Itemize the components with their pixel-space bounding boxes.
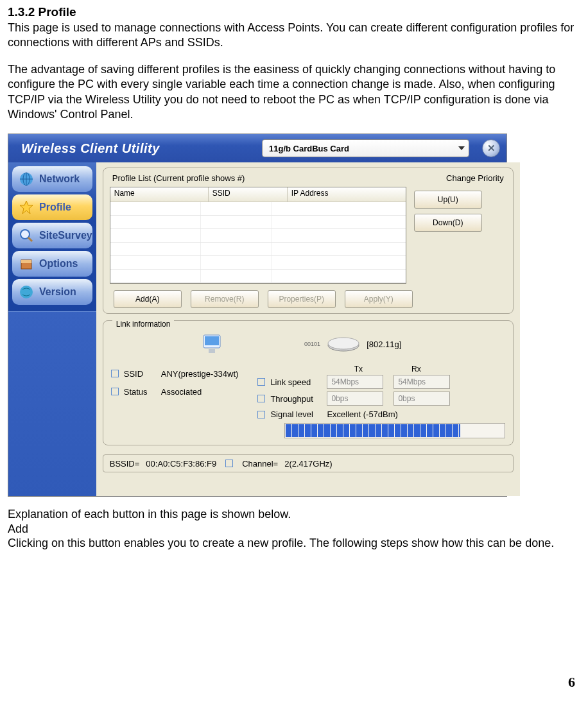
signal-value: Excellent (-57dBm) xyxy=(327,409,398,419)
svg-marker-2 xyxy=(20,201,33,214)
profile-list-label: Profile List (Current profile shows #) xyxy=(112,173,245,183)
add-description: Clicking on this button enables you to c… xyxy=(8,536,580,551)
ssid-value: ANY(prestige-334wt) xyxy=(161,369,239,379)
bullet-icon xyxy=(257,395,265,402)
nav-profile[interactable]: Profile xyxy=(12,194,92,220)
signal-progress xyxy=(284,423,505,438)
globe-icon xyxy=(17,170,35,188)
throughput-tx: 0bps xyxy=(327,392,383,406)
rx-header: Rx xyxy=(387,365,445,374)
close-button[interactable]: ✕ xyxy=(482,139,500,157)
properties-button[interactable]: Properties(P) xyxy=(268,290,336,308)
status-label: Status xyxy=(124,387,156,397)
svg-line-4 xyxy=(28,237,32,241)
intro-paragraph-2: The advantage of saving different profil… xyxy=(8,62,580,123)
globe-icon xyxy=(17,283,35,301)
ssid-label: SSID xyxy=(124,369,156,379)
titlebar: Wireless Client Utility 11g/b CardBus Ca… xyxy=(8,134,506,162)
nav-version[interactable]: Version xyxy=(12,279,92,305)
linkspeed-label: Link speed xyxy=(270,377,322,387)
apply-button[interactable]: Apply(Y) xyxy=(345,290,413,308)
throughput-label: Throughput xyxy=(270,394,322,404)
monitor-icon xyxy=(201,332,227,356)
bullet-icon xyxy=(225,460,233,467)
tx-header: Tx xyxy=(329,365,387,374)
col-ssid[interactable]: SSID xyxy=(209,187,288,202)
add-button[interactable]: Add(A) xyxy=(114,290,182,308)
bssid-prefix: BSSID= xyxy=(110,459,140,469)
change-priority-label: Change Priority xyxy=(446,173,504,183)
stats-table: Tx Rx Link speed 54Mbps 54Mbps Throughpu… xyxy=(257,365,455,419)
close-icon: ✕ xyxy=(487,142,496,154)
svg-rect-10 xyxy=(209,349,215,353)
status-bar: BSSID= 00:A0:C5:F3:86:F9 Channel= 2(2.41… xyxy=(103,454,514,472)
link-legend: Link information xyxy=(112,320,175,329)
nav-options[interactable]: Options xyxy=(12,251,92,277)
add-heading: Add xyxy=(8,522,580,536)
star-icon xyxy=(17,198,35,216)
svg-point-12 xyxy=(328,338,359,349)
bullet-icon xyxy=(257,411,265,418)
linkspeed-tx: 54Mbps xyxy=(327,375,383,389)
bullet-icon xyxy=(111,370,119,377)
magnifier-icon xyxy=(17,227,35,245)
status-value: Associated xyxy=(161,387,202,397)
profile-grid[interactable]: Name SSID IP Address xyxy=(110,187,406,284)
channel-prefix: Channel= xyxy=(242,459,278,469)
section-title: 1.3.2 Profile xyxy=(8,5,580,19)
mode-text: [802.11g] xyxy=(367,340,401,349)
profile-panel: Profile List (Current profile shows #) C… xyxy=(103,168,514,314)
intro-paragraph-1: This page is used to manage connections … xyxy=(8,21,580,51)
sidebar: Network Profile SiteSurvey Options xyxy=(8,162,96,496)
col-name[interactable]: Name xyxy=(110,187,209,202)
box-icon xyxy=(17,255,35,273)
app-title: Wireless Client Utility xyxy=(21,141,160,156)
utility-window: Wireless Client Utility 11g/b CardBus Ca… xyxy=(8,133,507,497)
remove-button[interactable]: Remove(R) xyxy=(191,290,259,308)
device-select[interactable]: 11g/b CardBus Card xyxy=(262,139,469,157)
linkspeed-rx: 54Mbps xyxy=(393,375,450,389)
svg-point-7 xyxy=(20,286,33,298)
col-ip[interactable]: IP Address xyxy=(288,187,406,202)
svg-point-3 xyxy=(21,230,30,239)
bullet-icon xyxy=(111,388,119,395)
card-icon xyxy=(325,335,361,353)
link-panel: Link information 00101 [802.11g] xyxy=(103,320,514,445)
throughput-rx: 0bps xyxy=(393,392,450,406)
chevron-down-icon xyxy=(458,146,465,150)
explain-heading: Explanation of each button in this page … xyxy=(8,507,580,522)
nav-network[interactable]: Network xyxy=(12,166,92,192)
nav-sitesurvey[interactable]: SiteSurvey xyxy=(12,223,92,248)
bullet-icon xyxy=(257,378,265,386)
down-button[interactable]: Down(D) xyxy=(414,214,482,232)
content-area: Profile List (Current profile shows #) C… xyxy=(96,162,520,496)
grid-header: Name SSID IP Address xyxy=(110,187,406,202)
signal-progress-fill xyxy=(286,424,460,437)
binary-label: 00101 xyxy=(304,341,320,347)
bssid-value: 00:A0:C5:F3:86:F9 xyxy=(146,459,216,469)
svg-rect-9 xyxy=(205,336,219,345)
channel-value: 2(2.417GHz) xyxy=(284,459,332,469)
device-selected-value: 11g/b CardBus Card xyxy=(269,144,349,153)
up-button[interactable]: Up(U) xyxy=(414,191,482,209)
link-info-table: SSID ANY(prestige-334wt) Status Associat… xyxy=(111,365,239,419)
signal-label: Signal level xyxy=(270,409,322,419)
svg-rect-6 xyxy=(21,260,31,263)
